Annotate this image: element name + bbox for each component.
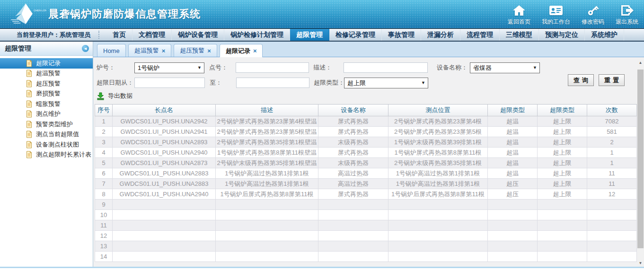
cell-point-name: GWDCS01.UI_PUSH.UNA2893 (113, 137, 216, 148)
sidebar-item[interactable]: 磨损预警 (0, 89, 93, 99)
nav-item[interactable]: 超限管理 (290, 29, 329, 41)
column-header[interactable]: 超限类型 (488, 105, 538, 116)
scroll-up-icon[interactable]: ▲ (637, 59, 644, 66)
reset-button[interactable]: 重置 (599, 74, 625, 86)
scroll-down-icon[interactable]: ▼ (637, 259, 644, 267)
cell-empty (538, 200, 587, 210)
nav-item[interactable]: 三维模型 (500, 29, 539, 41)
tab-close-icon[interactable]: × (207, 48, 211, 54)
sidebar-item[interactable]: 超压预警 (0, 78, 93, 89)
sidebar-item[interactable]: 超限记录 (0, 58, 93, 69)
tab[interactable]: 超限记录 × (220, 44, 263, 57)
nav-item[interactable]: 首页 (106, 29, 132, 41)
sidebar-item[interactable]: 预警类型维护 (0, 119, 93, 130)
cell-point-name: GWDCS01.U1_PUSH.UNA2940 (113, 189, 216, 200)
nav-item[interactable]: 锅炉设备管理 (172, 29, 224, 41)
tab-close-icon[interactable]: × (253, 48, 257, 54)
cell-empty (388, 252, 488, 262)
sidebar-title: 超限管理 (5, 44, 31, 52)
nav-item[interactable]: 泄漏分析 (421, 29, 460, 41)
tab[interactable]: 超压预警 × (174, 44, 217, 57)
cell-description: 1号锅炉高温过热器第1排第1根 (216, 179, 318, 189)
table-row[interactable]: 5 GWDCS01.UI_PUSH.UNA2873 2号锅炉末级再热器第35排第… (95, 158, 637, 168)
cell-point-position: 1号锅炉屏式再热器第8屏第11根 (388, 148, 488, 158)
table-row[interactable]: 3 GWDCS01.UI_PUSH.UNA2893 2号锅炉屏式再热器第35排第… (95, 137, 637, 148)
table-empty-row[interactable]: 9 (95, 200, 637, 210)
limit-type-select[interactable]: 超上限 ▼ (344, 78, 428, 88)
logout-button[interactable]: 退出系统 (616, 3, 638, 26)
cell-empty (488, 200, 538, 210)
nav-item[interactable]: 检修记录管理 (329, 29, 382, 41)
sidebar-item-label: 磨损预警 (36, 89, 61, 98)
my-workbench-button[interactable]: 我的工作台 (542, 3, 570, 26)
bottom-border (0, 267, 644, 268)
cell-limit-type: 超温 (488, 127, 538, 137)
tab[interactable]: Home × (97, 44, 126, 57)
tab-close-icon[interactable]: × (162, 48, 166, 54)
table-row[interactable]: 7 GWDCS01.U1_PUSH.UNA2883 1号锅炉高温过热器第1排第1… (95, 179, 637, 189)
nav-item[interactable]: 文档管理 (132, 29, 172, 41)
exit-icon (620, 3, 634, 17)
sidebar: 超限管理 ◀ 超限记录 (0, 42, 93, 267)
date-from-label: 超限日期从： (97, 78, 134, 87)
table-header-row: 序号 长点名 描述 设备名称 测点位置 超限类型 超限类型 次数 (95, 105, 637, 116)
sidebar-item[interactable]: 测点当前超限值 (0, 130, 93, 140)
table-empty-row[interactable]: 14 (95, 252, 637, 262)
cell-point-name: GWDCS01.UI_PUSH.UNA2942 (113, 116, 216, 127)
tab[interactable]: 超温预警 × (128, 44, 172, 57)
cell-device-name: 末级再热器 (318, 137, 388, 148)
vertical-scrollbar[interactable]: ▲ ▼ (637, 57, 644, 267)
column-header[interactable]: 测点位置 (388, 105, 488, 116)
column-header[interactable]: 次数 (587, 105, 637, 116)
cell-point-position: 2号锅炉末级再热器第35排第1根 (388, 158, 488, 168)
nav-item[interactable]: 事故管理 (382, 29, 421, 41)
sidebar-item[interactable]: 测点维护 (0, 109, 93, 120)
table-empty-row[interactable]: 11 (95, 220, 637, 231)
table-empty-row[interactable]: 13 (95, 241, 637, 252)
cell-description: 1号锅炉高温过热器第1排第1根 (216, 168, 318, 179)
sidebar-item[interactable]: 蠕胀预警 (0, 99, 93, 109)
document-icon (26, 151, 32, 158)
search-button[interactable]: 查询 (568, 74, 594, 86)
date-to-input[interactable] (236, 78, 309, 88)
date-from-input[interactable] (134, 78, 205, 88)
column-header[interactable]: 序号 (95, 105, 113, 116)
nav-item[interactable]: 预测与定位 (539, 29, 585, 41)
change-password-button[interactable]: 修改密码 (582, 3, 604, 26)
table-empty-row[interactable]: 12 (95, 231, 637, 241)
nav-menu: 首页 文档管理 锅炉设备管理 锅炉检修计划管理 超限管理 检修记录管理 事故管理… (106, 29, 624, 41)
cell-limit-type2: 超上限 (538, 116, 587, 127)
cell-limit-type: 超温 (488, 116, 538, 127)
app-header: CHEN LONG 晨砻锅炉防磨防爆信息管理系统 返回首页 (0, 0, 644, 28)
column-header[interactable]: 超限类型 (538, 105, 587, 116)
table-row[interactable]: 2 GWDCS01.UI_PUSH.UNA2941 2号锅炉屏式再热器第23屏第… (95, 127, 637, 137)
scrollbar-thumb[interactable] (637, 70, 644, 248)
desc-input[interactable] (344, 62, 428, 73)
sidebar-item[interactable]: 设备测点柱状图 (0, 139, 93, 150)
table-row[interactable]: 4 GWDCS01.UI_PUSH.UNA2940 1号锅炉屏式再热器第8屏第1… (95, 148, 637, 158)
table-body: 1 GWDCS01.UI_PUSH.UNA2942 2号锅炉屏式再热器第23屏第… (95, 116, 637, 200)
tab-label: 超温预警 (134, 46, 159, 55)
nav-item[interactable]: 锅炉检修计划管理 (224, 29, 290, 41)
column-header[interactable]: 设备名称 (318, 105, 388, 116)
table-row[interactable]: 8 GWDCS01.U1_PUSH.UNA2940 1号锅炉后屏式再热器第8屏第… (95, 189, 637, 200)
sidebar-item[interactable]: 测点超限时长累计表 (0, 150, 93, 160)
boiler-select[interactable]: 1号锅炉 ▼ (134, 62, 204, 73)
cell-seq: 11 (95, 220, 113, 231)
sidebar-header: 超限管理 ◀ (0, 42, 93, 56)
nav-item[interactable]: 系统维护 (585, 29, 624, 41)
sidebar-item[interactable]: 超温预警 (0, 69, 93, 79)
export-data-link[interactable]: 导出数据 (108, 92, 132, 100)
cell-empty (318, 220, 388, 231)
nav-item[interactable]: 流程管理 (460, 29, 500, 41)
table-row[interactable]: 1 GWDCS01.UI_PUSH.UNA2942 2号锅炉屏式再热器第23屏第… (95, 116, 637, 127)
table-empty-row[interactable]: 10 (95, 210, 637, 220)
device-select[interactable]: 省煤器 ▼ (470, 62, 540, 73)
point-input[interactable] (236, 62, 309, 73)
cell-empty (113, 210, 216, 220)
table-row[interactable]: 6 GWDCS01.U1_PUSH.UNA2883 1号锅炉高温过热器第1排第1… (95, 168, 637, 179)
column-header[interactable]: 长点名 (113, 105, 216, 116)
sidebar-collapse-icon[interactable]: ◀ (82, 45, 89, 52)
column-header[interactable]: 描述 (216, 105, 318, 116)
return-home-button[interactable]: 返回首页 (508, 3, 530, 26)
